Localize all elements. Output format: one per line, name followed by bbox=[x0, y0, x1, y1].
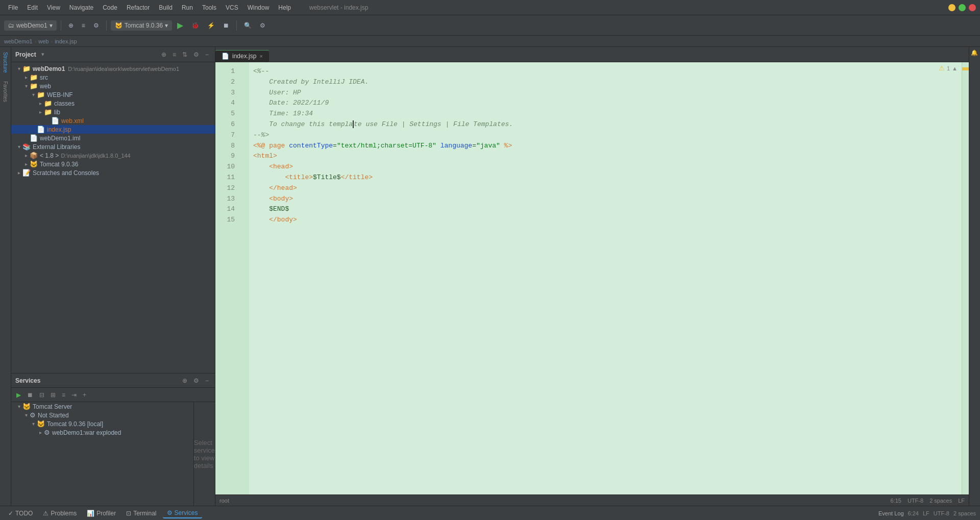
coverage-button[interactable]: ⚡ bbox=[204, 20, 218, 31]
bottom-tab-todo[interactable]: ✓ TODO bbox=[4, 509, 37, 518]
maximize-button[interactable]: □ bbox=[959, 4, 966, 11]
structure-icon[interactable]: Structure bbox=[1, 49, 10, 76]
services-collapse-button[interactable]: ⊟ bbox=[37, 390, 46, 400]
settings-config-button[interactable]: ⚙ bbox=[90, 20, 102, 31]
tree-item-jdk[interactable]: ▸ 📦 < 1.8 > D:\ruanjian\jdk\jdk1.8.0_144 bbox=[11, 151, 215, 160]
services-settings-button[interactable]: ⚙ bbox=[191, 376, 201, 385]
settings-button[interactable]: ⚙ bbox=[257, 20, 268, 31]
line-num-3: 3 bbox=[215, 88, 241, 98]
menu-view[interactable]: View bbox=[43, 3, 64, 12]
project-dropdown[interactable]: 🗂 webDemo1 ▾ bbox=[4, 20, 57, 31]
tree-label-indexjsp: index.jsp bbox=[47, 126, 71, 133]
bottom-tab-services[interactable]: ⚙ Services bbox=[163, 508, 202, 518]
tree-item-classes[interactable]: ▸ 📁 classes bbox=[11, 99, 215, 108]
breadcrumb-file[interactable]: index.jsp bbox=[55, 38, 77, 44]
window-title: webservlet - index.jsp bbox=[309, 4, 368, 11]
toolbar-separator-3 bbox=[236, 20, 237, 31]
menu-help[interactable]: Help bbox=[274, 3, 295, 12]
menu-refactor[interactable]: Refactor bbox=[122, 3, 154, 12]
services-stop-all-button[interactable]: ⏹ bbox=[25, 390, 35, 400]
menu-vcs[interactable]: VCS bbox=[222, 3, 242, 12]
tree-label-lib: lib bbox=[54, 109, 60, 116]
bottom-tab-terminal[interactable]: ⊡ Terminal bbox=[122, 509, 160, 518]
editor-tab-indexjsp[interactable]: 📄 index.jsp × bbox=[215, 50, 269, 62]
services-tree[interactable]: ▾ 🐱 Tomcat Server ▾ ⚙ Not Started ▾ bbox=[11, 402, 194, 506]
breadcrumb-project[interactable]: webDemo1 bbox=[4, 38, 33, 44]
menu-code[interactable]: Code bbox=[99, 3, 121, 12]
project-dropdown-arrow[interactable]: ▾ bbox=[41, 51, 44, 58]
tree-item-lib[interactable]: ▸ 📁 lib bbox=[11, 108, 215, 116]
menu-edit[interactable]: Edit bbox=[23, 3, 42, 12]
project-label: webDemo1 bbox=[16, 22, 47, 29]
menu-file[interactable]: File bbox=[4, 3, 22, 12]
tree-label-webxml: web.xml bbox=[61, 117, 84, 125]
hide-panel-button[interactable]: − bbox=[203, 50, 211, 59]
services-item-war[interactable]: ▸ ⚙ webDemo1:war exploded bbox=[11, 428, 193, 437]
services-label-tomcat-local: Tomcat 9.0.36 [local] bbox=[47, 420, 103, 428]
run-button[interactable]: ▶ bbox=[174, 18, 186, 32]
todo-icon: ✓ bbox=[8, 510, 13, 517]
tree-label-webinf: WEB-INF bbox=[47, 91, 73, 98]
list-config-button[interactable]: ≡ bbox=[79, 20, 88, 31]
menu-navigate[interactable]: Navigate bbox=[65, 3, 97, 12]
services-panel-actions: ⊕ ⚙ − bbox=[180, 376, 211, 385]
services-filter-button[interactable]: ≡ bbox=[60, 390, 67, 400]
tab-close-button[interactable]: × bbox=[259, 53, 262, 59]
services-jump-button[interactable]: ⇥ bbox=[69, 390, 79, 400]
menu-run[interactable]: Run bbox=[178, 3, 197, 12]
tomcat-run-config[interactable]: 🐱 Tomcat 9.0.36 ▾ bbox=[111, 20, 172, 31]
tree-item-iml[interactable]: ▸ 📄 webDemo1.iml bbox=[11, 134, 215, 142]
line-num-10: 10 bbox=[215, 162, 241, 172]
minimize-button[interactable]: − bbox=[948, 4, 955, 11]
tree-item-ext-libs[interactable]: ▾ 📚 External Libraries bbox=[11, 142, 215, 151]
bottom-tab-profiler[interactable]: 📊 Profiler bbox=[83, 509, 120, 518]
services-expand-button[interactable]: ⊞ bbox=[48, 390, 58, 400]
file-tree[interactable]: ▾ 📁 webDemo1 D:\ruanjian\idea\work\webse… bbox=[11, 62, 215, 373]
code-line-3: User: HP bbox=[253, 88, 958, 98]
new-file-button[interactable]: ⊕ bbox=[159, 50, 168, 59]
stop-button[interactable]: ⏹ bbox=[220, 20, 232, 31]
debug-button[interactable]: 🐞 bbox=[188, 20, 202, 31]
tree-item-webinf[interactable]: ▾ 📁 WEB-INF bbox=[11, 90, 215, 99]
tree-item-scratches[interactable]: ▸ 📝 Scratches and Consoles bbox=[11, 168, 215, 177]
breadcrumb-web[interactable]: web bbox=[38, 38, 48, 44]
editor-area: 📄 index.jsp × ⚠ 1 ▲ 1 2 3 4 5 6 7 8 bbox=[215, 47, 969, 506]
tree-item-tomcat-lib[interactable]: ▸ 🐱 Tomcat 9.0.36 bbox=[11, 160, 215, 168]
code-line-7: --%> bbox=[253, 130, 958, 141]
event-log-label[interactable]: Event Log bbox=[878, 510, 904, 516]
search-everywhere-button[interactable]: 🔍 bbox=[241, 20, 255, 31]
services-item-tomcat-local[interactable]: ▾ 🐱 Tomcat 9.0.36 [local] bbox=[11, 419, 193, 428]
tree-item-webdemo1[interactable]: ▾ 📁 webDemo1 D:\ruanjian\idea\work\webse… bbox=[11, 64, 215, 73]
status-indent: 2 spaces bbox=[929, 498, 952, 504]
services-add2-button[interactable]: + bbox=[81, 390, 88, 400]
close-button[interactable]: × bbox=[969, 4, 976, 11]
services-hide-button[interactable]: − bbox=[203, 376, 211, 385]
favorites-icon[interactable]: Favorites bbox=[1, 78, 10, 105]
editor-content[interactable]: ⚠ 1 ▲ 1 2 3 4 5 6 7 8 9 10 11 12 13 14 1… bbox=[215, 62, 969, 494]
notifications-icon[interactable]: 🔔 bbox=[971, 49, 978, 56]
services-item-not-started[interactable]: ▾ ⚙ Not Started bbox=[11, 411, 193, 419]
services-item-tomcat[interactable]: ▾ 🐱 Tomcat Server bbox=[11, 402, 193, 411]
scroll-indicator[interactable] bbox=[962, 62, 969, 494]
services-add-button[interactable]: ⊕ bbox=[180, 376, 189, 385]
toolbar-separator-1 bbox=[61, 20, 61, 31]
services-run-all-button[interactable]: ▶ bbox=[14, 390, 23, 400]
menu-window[interactable]: Window bbox=[243, 3, 274, 12]
code-editor[interactable]: <%-- Created by IntelliJ IDEA. User: HP … bbox=[249, 62, 962, 494]
tree-item-webxml[interactable]: ▸ 📄 web.xml bbox=[11, 116, 215, 125]
add-config-button[interactable]: ⊕ bbox=[65, 20, 77, 31]
warning-nav-up[interactable]: ▲ bbox=[952, 65, 958, 71]
collapse-all-button[interactable]: ≡ bbox=[170, 50, 178, 59]
menu-build[interactable]: Build bbox=[155, 3, 177, 12]
tree-label-iml: webDemo1.iml bbox=[40, 135, 80, 142]
menu-tools[interactable]: Tools bbox=[198, 3, 220, 12]
tree-item-src[interactable]: ▸ 📁 src bbox=[11, 73, 215, 82]
services-panel-title: Services bbox=[15, 377, 40, 384]
scroll-to-source-button[interactable]: ⇅ bbox=[180, 50, 189, 59]
tree-label-ext-libs: External Libraries bbox=[33, 143, 80, 151]
project-settings-button[interactable]: ⚙ bbox=[191, 50, 201, 59]
tree-item-indexjsp[interactable]: ▸ 📄 index.jsp bbox=[11, 125, 215, 134]
tree-item-web[interactable]: ▾ 📁 web bbox=[11, 82, 215, 90]
bottom-tab-problems[interactable]: ⚠ Problems bbox=[39, 509, 81, 518]
status-position: 6:15 bbox=[891, 498, 901, 504]
